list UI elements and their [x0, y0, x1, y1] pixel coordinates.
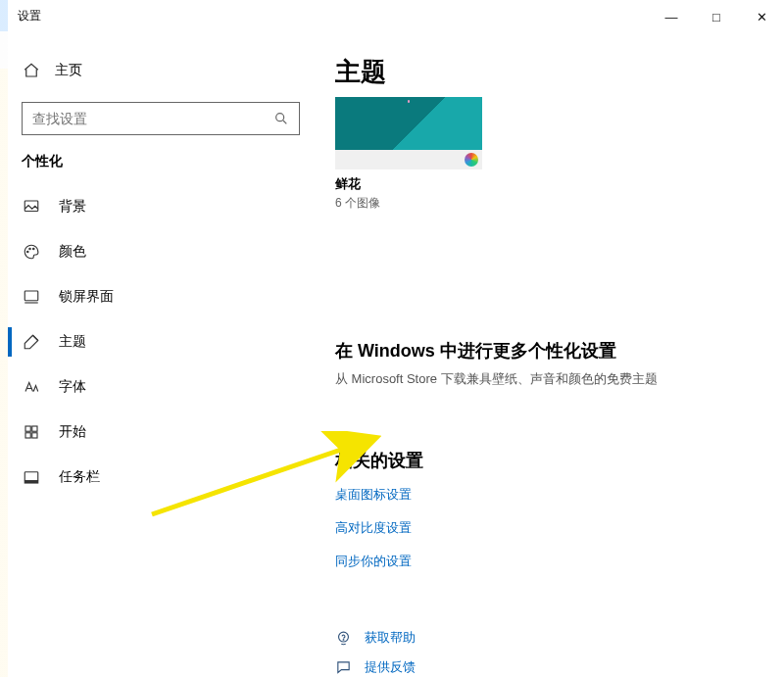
home-row[interactable]: 主页 — [8, 51, 314, 90]
main-content: 主题 鲜花 6 个图像 在 Windows 中进行更多个性化设置 从 Micro… — [314, 33, 784, 677]
svg-rect-9 — [32, 433, 37, 438]
home-label: 主页 — [55, 62, 82, 79]
nav-label: 颜色 — [59, 243, 86, 261]
feedback-icon — [335, 659, 353, 676]
themes-icon — [22, 333, 41, 351]
minimize-button[interactable]: — — [649, 0, 694, 33]
svg-point-0 — [276, 114, 284, 121]
title-bar: 设置 — □ ✕ — [0, 0, 784, 33]
nav-label: 开始 — [59, 423, 86, 441]
nav-label: 锁屏界面 — [59, 288, 114, 306]
current-theme-name: 鲜花 — [335, 175, 774, 193]
svg-point-2 — [27, 251, 29, 253]
image-icon — [22, 198, 41, 216]
home-icon — [22, 62, 41, 79]
search-icon — [273, 111, 289, 126]
related-settings-heading: 相关的设置 — [335, 449, 774, 472]
nav-item-background[interactable]: 背景 — [8, 184, 314, 229]
taskbar-icon — [22, 468, 41, 486]
colorwheel-icon — [465, 153, 478, 167]
window-title: 设置 — [18, 8, 41, 24]
svg-rect-1 — [24, 201, 38, 212]
nav-label: 字体 — [59, 378, 86, 396]
more-personalization-sub: 从 Microsoft Store 下载兼具壁纸、声音和颜色的免费主题 — [335, 370, 774, 388]
link-high-contrast-settings[interactable]: 高对比度设置 — [335, 519, 774, 537]
svg-point-4 — [33, 248, 35, 250]
svg-rect-10 — [24, 472, 38, 481]
help-label: 获取帮助 — [365, 629, 416, 647]
feedback-label: 提供反馈 — [365, 658, 416, 676]
window-controls: — □ ✕ — [649, 0, 784, 33]
support-links: 获取帮助 提供反馈 — [335, 629, 774, 676]
nav-item-fonts[interactable]: 字体 — [8, 364, 314, 410]
link-get-help[interactable]: 获取帮助 — [335, 629, 774, 647]
search-input[interactable] — [32, 111, 273, 126]
svg-rect-8 — [25, 433, 30, 438]
related-links: 桌面图标设置 高对比度设置 同步你的设置 — [335, 486, 774, 570]
section-heading: 个性化 — [8, 153, 314, 184]
svg-rect-11 — [24, 481, 38, 483]
nav-list: 背景 颜色 锁屏界面 主题 字体 开始 — [8, 184, 314, 500]
search-box[interactable] — [22, 102, 300, 135]
link-desktop-icon-settings[interactable]: 桌面图标设置 — [335, 486, 774, 504]
nav-item-themes[interactable]: 主题 — [8, 319, 314, 364]
theme-wallpaper-preview — [335, 97, 482, 150]
font-icon — [22, 378, 41, 396]
start-icon — [22, 423, 41, 441]
link-sync-settings[interactable]: 同步你的设置 — [335, 553, 774, 570]
more-personalization-heading: 在 Windows 中进行更多个性化设置 — [335, 339, 774, 363]
close-button[interactable]: ✕ — [739, 0, 784, 33]
nav-label: 任务栏 — [59, 468, 100, 486]
help-icon — [335, 630, 353, 647]
svg-rect-5 — [24, 291, 38, 301]
nav-item-colors[interactable]: 颜色 — [8, 229, 314, 274]
theme-taskbar-preview — [335, 150, 482, 169]
page-title: 主题 — [335, 55, 774, 89]
nav-item-taskbar[interactable]: 任务栏 — [8, 455, 314, 500]
nav-label: 背景 — [59, 198, 86, 216]
palette-icon — [22, 243, 41, 261]
svg-point-3 — [29, 248, 31, 250]
sidebar: 主页 个性化 背景 颜色 锁屏界面 主题 — [0, 33, 314, 677]
content-layout: 主页 个性化 背景 颜色 锁屏界面 主题 — [0, 33, 784, 677]
current-theme-preview[interactable] — [335, 97, 482, 169]
nav-item-start[interactable]: 开始 — [8, 410, 314, 455]
nav-item-lockscreen[interactable]: 锁屏界面 — [8, 274, 314, 319]
svg-rect-6 — [25, 426, 30, 431]
svg-point-13 — [343, 639, 344, 640]
link-give-feedback[interactable]: 提供反馈 — [335, 658, 774, 676]
lockscreen-icon — [22, 288, 41, 306]
current-theme-sub: 6 个图像 — [335, 195, 774, 212]
nav-label: 主题 — [59, 333, 86, 351]
maximize-button[interactable]: □ — [694, 0, 739, 33]
svg-rect-7 — [32, 426, 37, 431]
